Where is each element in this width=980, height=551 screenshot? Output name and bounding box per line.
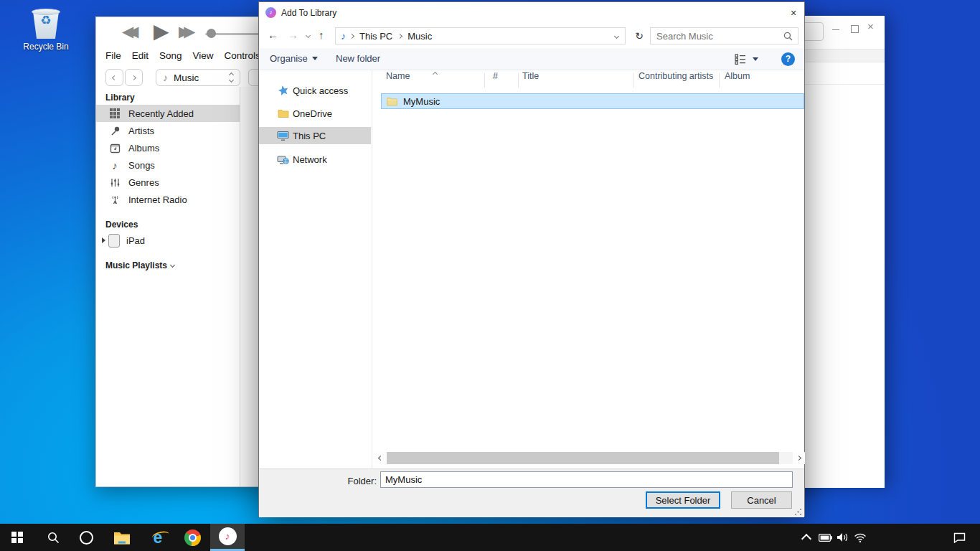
column-header-contributing-artists[interactable]: Contributing artists <box>639 71 713 81</box>
album-icon <box>108 143 121 154</box>
file-row-mymusic[interactable]: MyMusic <box>381 93 804 109</box>
minimize-button[interactable] <box>832 29 839 30</box>
sidebar-item-internet-radio[interactable]: Internet Radio <box>96 191 240 208</box>
scroll-left-button[interactable] <box>374 452 387 464</box>
tray-wifi-indicator[interactable] <box>851 524 870 551</box>
column-header-title[interactable]: Title <box>522 71 539 81</box>
dialog-close-button[interactable]: × <box>785 5 802 21</box>
music-note-icon: ♪ <box>163 72 168 83</box>
playlists-header-label: Music Playlists <box>105 260 167 270</box>
column-header-name[interactable]: Name <box>386 71 410 81</box>
taskbar-search-button[interactable] <box>36 524 70 551</box>
new-folder-button[interactable]: New folder <box>336 53 380 64</box>
start-button[interactable] <box>0 524 34 551</box>
breadcrumb-music[interactable]: Music <box>403 31 436 42</box>
sidebar-item-albums[interactable]: Albums <box>96 139 240 156</box>
address-dropdown-icon[interactable] <box>614 33 619 38</box>
ipad-device-icon <box>108 234 120 248</box>
tray-battery-indicator[interactable] <box>816 524 834 551</box>
folder-input[interactable] <box>381 472 792 487</box>
nav-item-label: Quick access <box>293 85 348 96</box>
itunes-back-button[interactable] <box>105 69 123 86</box>
sidebar-item-ipad[interactable]: iPad <box>96 232 240 249</box>
column-separator[interactable] <box>633 73 633 88</box>
scrollbar-track[interactable] <box>387 452 793 464</box>
refresh-button[interactable]: ↻ <box>631 27 647 44</box>
change-view-button[interactable] <box>735 54 758 65</box>
sidebar-item-artists[interactable]: Artists <box>96 122 240 139</box>
column-separator[interactable] <box>484 73 485 88</box>
tray-volume-indicator[interactable] <box>834 524 851 551</box>
dialog-command-bar: Organise New folder ? <box>259 48 804 70</box>
breadcrumb-this-pc[interactable]: This PC <box>355 31 397 42</box>
recent-locations-chevron-icon[interactable] <box>306 33 311 38</box>
tray-show-hidden-icons-button[interactable] <box>798 524 815 551</box>
select-folder-button[interactable]: Select Folder <box>646 491 720 509</box>
cancel-button[interactable]: Cancel <box>731 491 792 509</box>
sidebar-item-genres[interactable]: Genres <box>96 174 240 191</box>
internet-explorer-button[interactable]: e <box>141 524 175 551</box>
search-icon <box>47 532 60 544</box>
column-header-number[interactable]: # <box>493 71 498 81</box>
recycle-bin-icon: ♻ <box>32 6 60 39</box>
itunes-forward-button[interactable] <box>125 69 143 86</box>
forward-button[interactable]: → <box>288 29 298 41</box>
close-button[interactable]: × <box>867 20 874 32</box>
action-center-button[interactable] <box>948 524 970 551</box>
file-explorer-button[interactable] <box>105 524 139 551</box>
recycle-bin-desktop-icon[interactable]: ♻ Recycle Bin <box>20 6 72 52</box>
back-button[interactable]: ← <box>268 29 278 41</box>
sort-ascending-icon <box>433 72 438 77</box>
sidebar-item-recently-added[interactable]: Recently Added <box>96 105 240 122</box>
column-header-album[interactable]: Album <box>725 71 750 81</box>
itunes-taskbar-button[interactable]: ♪ <box>210 524 245 551</box>
scrollbar-thumb[interactable] <box>387 452 779 464</box>
sidebar-item-label: Recently Added <box>128 108 194 119</box>
column-separator[interactable] <box>719 73 720 88</box>
fast-forward-icon[interactable]: ▶▶ <box>179 23 189 40</box>
menu-controls[interactable]: Controls <box>225 50 260 61</box>
expand-caret-icon[interactable] <box>102 237 105 243</box>
search-box[interactable] <box>650 27 798 44</box>
organise-menu-button[interactable]: Organise <box>270 53 318 64</box>
search-input[interactable] <box>651 28 798 44</box>
new-folder-label: New folder <box>336 53 380 64</box>
horizontal-scrollbar[interactable] <box>374 452 805 464</box>
nav-item-this-pc[interactable]: This PC <box>259 127 371 144</box>
scroll-right-button[interactable] <box>793 452 805 464</box>
column-separator[interactable] <box>518 73 519 88</box>
maximize-button[interactable] <box>851 25 859 33</box>
cortana-button[interactable] <box>69 524 103 551</box>
dialog-titlebar[interactable]: ♪ Add To Library × <box>259 2 804 24</box>
sidebar-item-label: Internet Radio <box>128 194 187 205</box>
menu-song[interactable]: Song <box>159 50 182 61</box>
sidebar-item-label: Genres <box>128 177 159 188</box>
address-bar[interactable]: ♪ This PC Music <box>335 27 626 44</box>
chevron-right-icon <box>796 456 801 461</box>
recycle-symbol-icon: ♻ <box>32 14 60 27</box>
chevron-down-icon <box>229 77 234 83</box>
nav-item-onedrive[interactable]: OneDrive <box>259 105 371 122</box>
play-icon[interactable]: ▶ <box>154 19 169 43</box>
menu-view[interactable]: View <box>193 50 214 61</box>
nav-item-quick-access[interactable]: Quick access <box>259 82 371 99</box>
up-button[interactable]: ↑ <box>319 29 324 41</box>
resize-grip[interactable] <box>794 508 802 516</box>
nav-item-label: Network <box>293 154 327 165</box>
search-icon[interactable] <box>783 32 793 41</box>
wifi-icon <box>854 533 867 542</box>
picker-updown-icon <box>230 73 233 82</box>
music-location-icon: ♪ <box>341 30 346 42</box>
chrome-button[interactable] <box>175 524 209 551</box>
sidebar-item-songs[interactable]: ♪ Songs <box>96 156 240 174</box>
help-button[interactable]: ? <box>781 52 795 66</box>
nav-item-network[interactable]: Network <box>259 151 371 168</box>
menu-file[interactable]: File <box>105 50 121 61</box>
volume-knob[interactable] <box>207 29 216 38</box>
breadcrumb-chevron-icon <box>349 33 354 38</box>
menu-edit[interactable]: Edit <box>132 50 149 61</box>
rewind-icon[interactable]: ◀◀ <box>122 23 132 40</box>
microphone-icon <box>108 126 121 136</box>
playlists-section-header[interactable]: Music Playlists <box>96 249 240 273</box>
media-kind-picker[interactable]: ♪ Music <box>156 69 240 86</box>
